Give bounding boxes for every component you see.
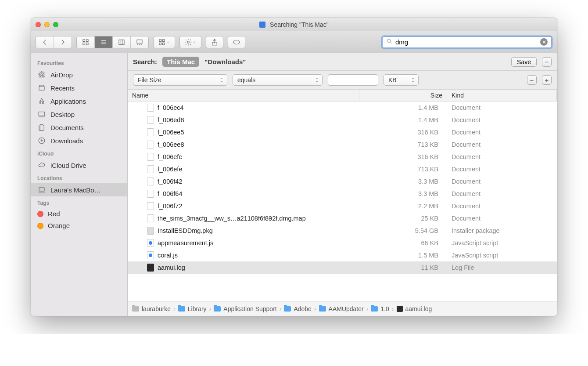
nav-back-forward [36, 36, 72, 48]
table-row[interactable]: f_006ec41.4 MBDocument [128, 101, 557, 114]
scope-this-mac[interactable]: This Mac [162, 57, 199, 67]
table-row[interactable]: f_006efc316 KBDocument [128, 151, 557, 163]
file-size: 2.2 MB [359, 202, 447, 210]
table-row[interactable]: f_006f722.2 MBDocument [128, 200, 557, 212]
window-title-text: Searching "This Mac" [270, 21, 329, 28]
search-criteria-row: File Size equals KB − + [128, 71, 557, 90]
view-gallery-button[interactable] [131, 36, 148, 48]
view-list-button[interactable] [95, 36, 113, 48]
sidebar-item-documents[interactable]: Documents [31, 121, 127, 134]
file-icon [147, 116, 154, 124]
criteria-operator-select[interactable]: equals [233, 74, 323, 86]
path-segment[interactable]: Adobe [284, 305, 311, 312]
file-icon [147, 214, 154, 222]
file-kind: Log File [447, 263, 557, 272]
table-row[interactable]: f_006ee8713 KBDocument [128, 138, 557, 151]
sidebar-item-label: Desktop [50, 111, 75, 118]
view-columns-button[interactable] [113, 36, 131, 48]
airdrop-icon [37, 70, 46, 79]
table-row[interactable]: aamui.log11 KBLog File [128, 261, 557, 274]
toolbar: ✕ [31, 31, 557, 53]
search-scope-bar: Search: This Mac "Downloads" Save − [128, 53, 557, 71]
arrange-button[interactable] [153, 36, 175, 48]
file-icon [147, 141, 154, 149]
chevron-right-icon: › [314, 305, 316, 312]
path-segment[interactable]: Library [178, 305, 207, 312]
column-header-size[interactable]: Size [359, 90, 447, 101]
svg-rect-31 [39, 188, 44, 191]
scope-downloads[interactable]: "Downloads" [204, 58, 246, 65]
path-segment[interactable]: aamui.log [397, 305, 432, 312]
sidebar-tag-red[interactable]: Red [31, 208, 127, 220]
add-criteria-button[interactable]: + [542, 75, 552, 85]
save-search-button[interactable]: Save [511, 57, 537, 67]
table-row[interactable]: f_006f643.3 MBDocument [128, 188, 557, 200]
file-name: f_006ec4 [158, 104, 184, 111]
table-row[interactable]: InstallESDDmg.pkg5.54 GBInstaller packag… [128, 225, 557, 237]
search-field[interactable]: ✕ [381, 36, 552, 49]
clear-search-button[interactable]: ✕ [540, 38, 548, 46]
sidebar-item-downloads[interactable]: Downloads [31, 134, 127, 147]
sidebar-item-applications[interactable]: Applications [31, 94, 127, 108]
criteria-unit-select[interactable]: KB [384, 74, 419, 86]
folder-icon [214, 306, 221, 312]
svg-rect-16 [159, 43, 161, 45]
file-icon [397, 306, 403, 312]
laptop-icon [37, 185, 46, 194]
table-row[interactable]: f_006ed81.4 MBDocument [128, 114, 557, 126]
column-header-name[interactable]: Name [128, 90, 359, 101]
file-size: 25 KB [359, 214, 447, 223]
sidebar-item-label: Recents [50, 84, 75, 92]
file-kind: Document [447, 202, 557, 210]
svg-point-23 [39, 72, 44, 77]
svg-point-20 [387, 39, 391, 43]
table-row[interactable]: the_sims_3macfg__ww_s…a21108f6f892f.dmg.… [128, 212, 557, 225]
file-name: appmeasurement.js [158, 239, 213, 246]
sidebar-item-desktop[interactable]: Desktop [31, 108, 127, 121]
sidebar-tag-orange[interactable]: Orange [31, 220, 127, 232]
table-row[interactable]: coral.js1.5 MBJavaScript script [128, 249, 557, 261]
arrange-icon [158, 38, 166, 46]
column-header-kind[interactable]: Kind [447, 90, 557, 101]
search-input[interactable] [395, 38, 540, 46]
share-icon [211, 38, 219, 46]
back-button[interactable] [36, 36, 54, 48]
sidebar-item-label: Documents [50, 124, 84, 131]
sidebar-item-airdrop[interactable]: AirDrop [31, 68, 127, 81]
remove-scope-button[interactable]: − [542, 57, 552, 67]
sidebar-item-label: Red [48, 210, 60, 217]
table-row[interactable]: f_006efe713 KBDocument [128, 163, 557, 175]
path-bar: lauraburke›Library›Application Support›A… [128, 301, 557, 316]
path-segment[interactable]: AAMUpdater [319, 305, 364, 312]
file-icon [147, 190, 154, 198]
color-dot-icon [37, 211, 43, 217]
sidebar-item-recents[interactable]: Recents [31, 81, 127, 94]
sidebar-item-icloud-drive[interactable]: iCloud Drive [31, 159, 127, 172]
sidebar-item-label: Laura's MacBo… [50, 186, 101, 194]
file-name: f_006f72 [158, 203, 182, 210]
sidebar-header-tags: Tags [31, 196, 127, 208]
share-button[interactable] [206, 36, 223, 48]
table-row[interactable]: f_006f423.3 MBDocument [128, 175, 557, 188]
sidebar-item-label: Applications [50, 98, 86, 105]
table-row[interactable]: f_006ee5316 KBDocument [128, 126, 557, 138]
color-dot-icon [37, 223, 43, 229]
criteria-attribute-select[interactable]: File Size [133, 74, 227, 86]
view-icons-button[interactable] [77, 36, 95, 48]
path-segment[interactable]: Application Support [214, 305, 276, 312]
remove-criteria-button[interactable]: − [527, 75, 537, 85]
criteria-value-input[interactable] [328, 74, 378, 86]
forward-button[interactable] [54, 36, 72, 48]
file-name: f_006f64 [158, 190, 182, 197]
path-segment[interactable]: 1.0 [371, 305, 389, 312]
path-segment[interactable]: lauraburke [132, 305, 171, 312]
sidebar-item-this-mac[interactable]: Laura's MacBo… [31, 183, 127, 196]
table-row[interactable]: appmeasurement.js66 KBJavaScript script [128, 237, 557, 249]
svg-rect-25 [39, 87, 44, 90]
list-icon [100, 38, 108, 46]
documents-icon [37, 123, 46, 132]
tags-button[interactable] [228, 36, 245, 48]
chevron-right-icon: › [366, 305, 369, 312]
action-button[interactable] [179, 36, 201, 48]
svg-rect-3 [86, 43, 89, 45]
